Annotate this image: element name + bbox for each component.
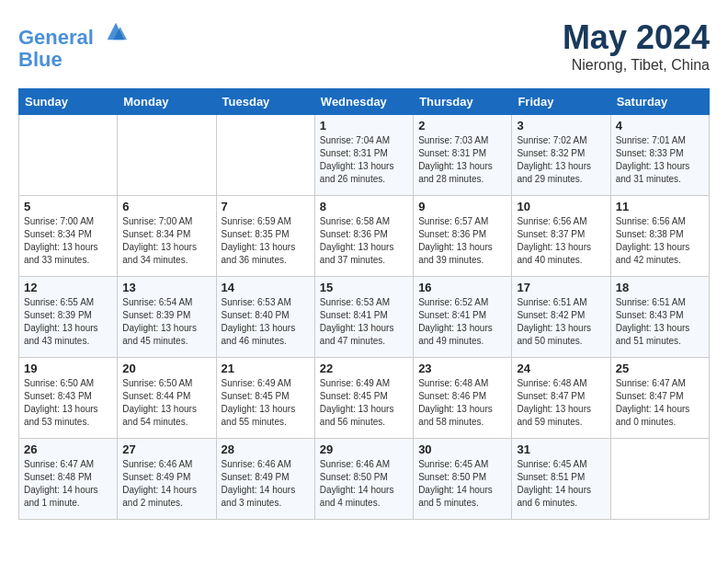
day-info: Sunrise: 6:47 AM Sunset: 8:47 PM Dayligh… — [616, 377, 704, 429]
day-number: 12 — [24, 281, 112, 294]
calendar-cell — [610, 439, 709, 520]
calendar-cell: 25Sunrise: 6:47 AM Sunset: 8:47 PM Dayli… — [610, 358, 709, 439]
day-info: Sunrise: 6:45 AM Sunset: 8:51 PM Dayligh… — [517, 458, 605, 510]
day-info: Sunrise: 7:02 AM Sunset: 8:32 PM Dayligh… — [517, 134, 605, 186]
day-info: Sunrise: 6:54 AM Sunset: 8:39 PM Dayligh… — [122, 296, 210, 348]
day-number: 28 — [222, 442, 310, 456]
calendar-cell — [216, 115, 314, 196]
calendar-cell: 12Sunrise: 6:55 AM Sunset: 8:39 PM Dayli… — [19, 277, 118, 358]
calendar-cell: 17Sunrise: 6:51 AM Sunset: 8:42 PM Dayli… — [512, 277, 610, 358]
day-info: Sunrise: 6:49 AM Sunset: 8:45 PM Dayligh… — [320, 377, 408, 429]
day-number: 6 — [122, 200, 210, 213]
day-number: 11 — [616, 200, 704, 213]
day-number: 18 — [616, 281, 704, 294]
calendar-cell: 9Sunrise: 6:57 AM Sunset: 8:36 PM Daylig… — [414, 196, 512, 277]
day-number: 13 — [122, 281, 210, 294]
month-title: May 2024 — [563, 18, 710, 57]
calendar-cell: 27Sunrise: 6:46 AM Sunset: 8:49 PM Dayli… — [118, 439, 216, 520]
day-info: Sunrise: 6:59 AM Sunset: 8:35 PM Dayligh… — [222, 215, 310, 267]
logo-icon — [103, 18, 129, 44]
calendar-table: SundayMondayTuesdayWednesdayThursdayFrid… — [18, 88, 710, 520]
calendar-cell — [118, 115, 216, 196]
header-saturday: Saturday — [610, 89, 709, 115]
day-info: Sunrise: 6:49 AM Sunset: 8:45 PM Dayligh… — [222, 377, 310, 429]
day-info: Sunrise: 7:01 AM Sunset: 8:33 PM Dayligh… — [616, 134, 704, 186]
day-number: 17 — [517, 281, 605, 294]
calendar-cell: 31Sunrise: 6:45 AM Sunset: 8:51 PM Dayli… — [512, 439, 610, 520]
day-number: 22 — [320, 362, 408, 375]
header-monday: Monday — [118, 89, 216, 115]
day-info: Sunrise: 6:48 AM Sunset: 8:46 PM Dayligh… — [418, 377, 506, 429]
day-number: 9 — [418, 200, 506, 213]
calendar-week-3: 12Sunrise: 6:55 AM Sunset: 8:39 PM Dayli… — [19, 277, 710, 358]
day-info: Sunrise: 6:51 AM Sunset: 8:43 PM Dayligh… — [616, 296, 704, 348]
day-info: Sunrise: 6:56 AM Sunset: 8:38 PM Dayligh… — [616, 215, 704, 267]
calendar-week-5: 26Sunrise: 6:47 AM Sunset: 8:48 PM Dayli… — [19, 439, 710, 520]
day-info: Sunrise: 6:56 AM Sunset: 8:37 PM Dayligh… — [517, 215, 605, 267]
day-number: 25 — [616, 362, 704, 375]
calendar-cell: 23Sunrise: 6:48 AM Sunset: 8:46 PM Dayli… — [414, 358, 512, 439]
day-number: 1 — [320, 119, 408, 132]
calendar-cell: 1Sunrise: 7:04 AM Sunset: 8:31 PM Daylig… — [314, 115, 413, 196]
day-info: Sunrise: 6:50 AM Sunset: 8:43 PM Dayligh… — [24, 377, 112, 429]
day-number: 3 — [517, 119, 605, 132]
day-number: 27 — [122, 442, 210, 456]
header-tuesday: Tuesday — [216, 89, 314, 115]
day-info: Sunrise: 6:47 AM Sunset: 8:48 PM Dayligh… — [24, 458, 112, 510]
day-number: 24 — [517, 362, 605, 375]
day-info: Sunrise: 6:52 AM Sunset: 8:41 PM Dayligh… — [418, 296, 506, 348]
day-info: Sunrise: 6:50 AM Sunset: 8:44 PM Dayligh… — [122, 377, 210, 429]
header-thursday: Thursday — [414, 89, 512, 115]
day-number: 5 — [24, 200, 112, 213]
day-info: Sunrise: 6:53 AM Sunset: 8:40 PM Dayligh… — [222, 296, 310, 348]
header-wednesday: Wednesday — [314, 89, 413, 115]
day-info: Sunrise: 6:53 AM Sunset: 8:41 PM Dayligh… — [320, 296, 408, 348]
header-friday: Friday — [512, 89, 610, 115]
calendar-cell: 7Sunrise: 6:59 AM Sunset: 8:35 PM Daylig… — [216, 196, 314, 277]
calendar-cell: 28Sunrise: 6:46 AM Sunset: 8:49 PM Dayli… — [216, 439, 314, 520]
calendar-cell: 4Sunrise: 7:01 AM Sunset: 8:33 PM Daylig… — [610, 115, 709, 196]
logo-blue: Blue — [18, 49, 129, 71]
calendar-week-4: 19Sunrise: 6:50 AM Sunset: 8:43 PM Dayli… — [19, 358, 710, 439]
day-info: Sunrise: 6:55 AM Sunset: 8:39 PM Dayligh… — [24, 296, 112, 348]
day-number: 20 — [122, 362, 210, 375]
calendar-cell: 19Sunrise: 6:50 AM Sunset: 8:43 PM Dayli… — [19, 358, 118, 439]
calendar-cell: 13Sunrise: 6:54 AM Sunset: 8:39 PM Dayli… — [118, 277, 216, 358]
logo: General Blue — [18, 18, 129, 71]
day-number: 19 — [24, 362, 112, 375]
calendar-cell: 18Sunrise: 6:51 AM Sunset: 8:43 PM Dayli… — [610, 277, 709, 358]
day-info: Sunrise: 7:00 AM Sunset: 8:34 PM Dayligh… — [122, 215, 210, 267]
calendar-cell: 8Sunrise: 6:58 AM Sunset: 8:36 PM Daylig… — [314, 196, 413, 277]
day-info: Sunrise: 6:46 AM Sunset: 8:49 PM Dayligh… — [222, 458, 310, 510]
calendar-week-2: 5Sunrise: 7:00 AM Sunset: 8:34 PM Daylig… — [19, 196, 710, 277]
calendar-cell: 10Sunrise: 6:56 AM Sunset: 8:37 PM Dayli… — [512, 196, 610, 277]
calendar-cell: 16Sunrise: 6:52 AM Sunset: 8:41 PM Dayli… — [414, 277, 512, 358]
calendar-header-row: SundayMondayTuesdayWednesdayThursdayFrid… — [19, 89, 710, 115]
calendar-cell: 14Sunrise: 6:53 AM Sunset: 8:40 PM Dayli… — [216, 277, 314, 358]
day-info: Sunrise: 6:45 AM Sunset: 8:50 PM Dayligh… — [418, 458, 506, 510]
location-subtitle: Nierong, Tibet, China — [563, 57, 710, 74]
calendar-cell: 5Sunrise: 7:00 AM Sunset: 8:34 PM Daylig… — [19, 196, 118, 277]
calendar-week-1: 1Sunrise: 7:04 AM Sunset: 8:31 PM Daylig… — [19, 115, 710, 196]
calendar-cell — [19, 115, 118, 196]
day-number: 26 — [24, 442, 112, 456]
day-number: 2 — [418, 119, 506, 132]
calendar-cell: 21Sunrise: 6:49 AM Sunset: 8:45 PM Dayli… — [216, 358, 314, 439]
calendar-cell: 22Sunrise: 6:49 AM Sunset: 8:45 PM Dayli… — [314, 358, 413, 439]
day-info: Sunrise: 7:03 AM Sunset: 8:31 PM Dayligh… — [418, 134, 506, 186]
calendar-cell: 11Sunrise: 6:56 AM Sunset: 8:38 PM Dayli… — [610, 196, 709, 277]
day-info: Sunrise: 7:04 AM Sunset: 8:31 PM Dayligh… — [320, 134, 408, 186]
day-info: Sunrise: 6:51 AM Sunset: 8:42 PM Dayligh… — [517, 296, 605, 348]
day-number: 30 — [418, 442, 506, 456]
logo-text: General — [18, 18, 129, 49]
day-number: 15 — [320, 281, 408, 294]
calendar-cell: 20Sunrise: 6:50 AM Sunset: 8:44 PM Dayli… — [118, 358, 216, 439]
day-number: 14 — [222, 281, 310, 294]
day-info: Sunrise: 6:48 AM Sunset: 8:47 PM Dayligh… — [517, 377, 605, 429]
day-info: Sunrise: 6:46 AM Sunset: 8:50 PM Dayligh… — [320, 458, 408, 510]
header-sunday: Sunday — [19, 89, 118, 115]
calendar-cell: 26Sunrise: 6:47 AM Sunset: 8:48 PM Dayli… — [19, 439, 118, 520]
day-info: Sunrise: 6:58 AM Sunset: 8:36 PM Dayligh… — [320, 215, 408, 267]
day-number: 21 — [222, 362, 310, 375]
day-number: 7 — [222, 200, 310, 213]
